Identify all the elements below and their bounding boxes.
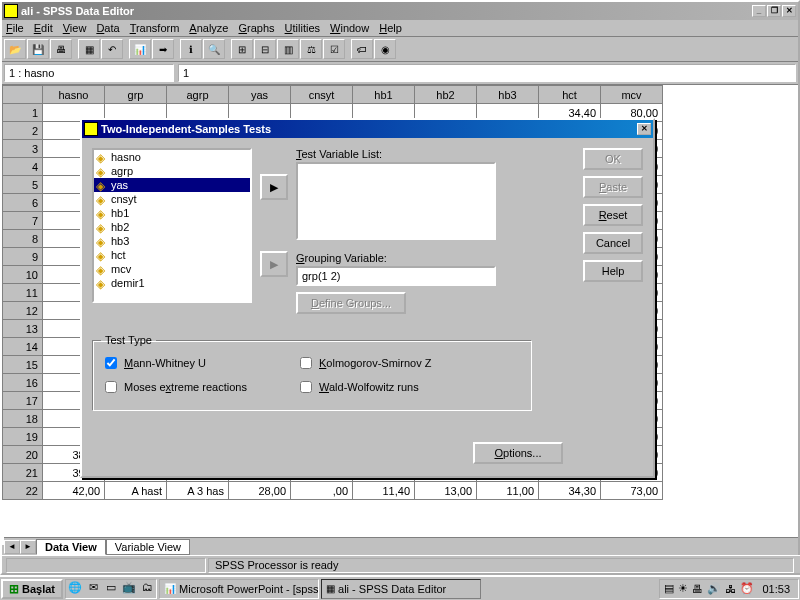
row-header[interactable]: 1 [3, 104, 43, 122]
row-header[interactable]: 9 [3, 248, 43, 266]
variable-item[interactable]: hb2 [94, 220, 250, 234]
row-header[interactable]: 2 [3, 122, 43, 140]
goto-case-icon[interactable]: ➡ [152, 39, 174, 59]
variable-item[interactable]: hb1 [94, 206, 250, 220]
find-icon[interactable]: 🔍 [203, 39, 225, 59]
menu-analyze[interactable]: Analyze [189, 22, 228, 34]
row-header[interactable]: 19 [3, 428, 43, 446]
maximize-button[interactable]: ❐ [767, 5, 781, 17]
move-to-grouping-button[interactable]: ▶ [260, 251, 288, 277]
cell-value-box[interactable] [178, 64, 796, 82]
moses-checkbox[interactable] [105, 381, 117, 393]
data-cell[interactable]: A hast [105, 482, 167, 500]
row-header[interactable]: 10 [3, 266, 43, 284]
row-header[interactable]: 14 [3, 338, 43, 356]
define-groups-button[interactable]: Define Groups... [296, 292, 406, 314]
options-button[interactable]: Options... [473, 442, 563, 464]
cancel-button[interactable]: Cancel [583, 232, 643, 254]
close-button[interactable]: ✕ [782, 5, 796, 17]
column-header[interactable]: agrp [167, 86, 229, 104]
column-header[interactable]: hct [539, 86, 601, 104]
dialog-recall-icon[interactable]: ▦ [78, 39, 100, 59]
variable-item[interactable]: hct [94, 248, 250, 262]
ql-icon[interactable]: ▭ [103, 581, 119, 597]
taskbar-task[interactable]: 📊 Microsoft PowerPoint - [spss] [159, 579, 319, 599]
goto-chart-icon[interactable]: 📊 [129, 39, 151, 59]
insert-var-icon[interactable]: ⊟ [254, 39, 276, 59]
menu-edit[interactable]: Edit [34, 22, 53, 34]
ql-icon[interactable]: ✉ [85, 581, 101, 597]
value-labels-icon[interactable]: 🏷 [351, 39, 373, 59]
data-cell[interactable]: 11,40 [353, 482, 415, 500]
tab-scroll-left-icon[interactable]: ◄ [4, 540, 20, 554]
row-header[interactable]: 4 [3, 158, 43, 176]
variable-item[interactable]: demir1 [94, 276, 250, 290]
undo-icon[interactable]: ↶ [101, 39, 123, 59]
column-header[interactable]: grp [105, 86, 167, 104]
ok-button[interactable]: OK [583, 148, 643, 170]
column-header[interactable]: yas [229, 86, 291, 104]
select-cases-icon[interactable]: ☑ [323, 39, 345, 59]
help-button[interactable]: Help [583, 260, 643, 282]
variable-item[interactable]: cnsyt [94, 192, 250, 206]
tray-icon[interactable]: ▤ [664, 582, 674, 595]
split-file-icon[interactable]: ▥ [277, 39, 299, 59]
row-header[interactable]: 22 [3, 482, 43, 500]
row-header[interactable]: 3 [3, 140, 43, 158]
menu-file[interactable]: File [6, 22, 24, 34]
data-cell[interactable]: ,00 [291, 482, 353, 500]
menu-transform[interactable]: Transform [130, 22, 180, 34]
variable-item[interactable]: yas [94, 178, 250, 192]
menu-view[interactable]: View [63, 22, 87, 34]
wald-checkbox[interactable] [300, 381, 312, 393]
column-header[interactable]: hb3 [477, 86, 539, 104]
row-header[interactable]: 7 [3, 212, 43, 230]
use-sets-icon[interactable]: ◉ [374, 39, 396, 59]
variable-item[interactable]: agrp [94, 164, 250, 178]
save-icon[interactable]: 💾 [27, 39, 49, 59]
cell-name-box[interactable] [4, 64, 174, 82]
tab-variable-view[interactable]: Variable View [106, 539, 190, 555]
tray-icon[interactable]: ⏰ [740, 582, 754, 595]
column-header[interactable]: cnsyt [291, 86, 353, 104]
reset-button[interactable]: Reset [583, 204, 643, 226]
data-cell[interactable]: 28,00 [229, 482, 291, 500]
data-cell[interactable]: 73,00 [601, 482, 663, 500]
row-header[interactable]: 16 [3, 374, 43, 392]
kolmogorov-checkbox[interactable] [300, 357, 312, 369]
column-header[interactable]: hasno [43, 86, 105, 104]
row-header[interactable]: 5 [3, 176, 43, 194]
variable-item[interactable]: hasno [94, 150, 250, 164]
row-header[interactable]: 12 [3, 302, 43, 320]
row-header[interactable]: 18 [3, 410, 43, 428]
tray-icon[interactable]: 🔊 [707, 582, 721, 595]
paste-button[interactable]: Paste [583, 176, 643, 198]
data-cell[interactable]: 13,00 [415, 482, 477, 500]
dialog-close-button[interactable]: ✕ [637, 123, 651, 135]
weight-cases-icon[interactable]: ⚖ [300, 39, 322, 59]
column-header[interactable]: hb1 [353, 86, 415, 104]
variable-item[interactable]: hb3 [94, 234, 250, 248]
menu-graphs[interactable]: Graphs [238, 22, 274, 34]
menu-window[interactable]: Window [330, 22, 369, 34]
menu-utilities[interactable]: Utilities [285, 22, 320, 34]
variables-icon[interactable]: ℹ [180, 39, 202, 59]
variable-item[interactable]: mcv [94, 262, 250, 276]
menu-data[interactable]: Data [96, 22, 119, 34]
row-header[interactable]: 11 [3, 284, 43, 302]
source-variable-list[interactable]: hasnoagrpyascnsythb1hb2hb3hctmcvdemir1 [92, 148, 252, 303]
row-header[interactable]: 6 [3, 194, 43, 212]
taskbar-task-active[interactable]: ▦ ali - SPSS Data Editor [321, 579, 481, 599]
row-header[interactable]: 13 [3, 320, 43, 338]
open-icon[interactable]: 📂 [4, 39, 26, 59]
menu-help[interactable]: Help [379, 22, 402, 34]
row-header[interactable]: 8 [3, 230, 43, 248]
move-to-test-list-button[interactable]: ▶ [260, 174, 288, 200]
tray-icon[interactable]: ☀ [678, 582, 688, 595]
row-header[interactable]: 15 [3, 356, 43, 374]
row-header[interactable]: 20 [3, 446, 43, 464]
ql-icon[interactable]: 🗂 [139, 581, 155, 597]
data-cell[interactable]: 42,00 [43, 482, 105, 500]
minimize-button[interactable]: _ [752, 5, 766, 17]
column-header[interactable]: hb2 [415, 86, 477, 104]
